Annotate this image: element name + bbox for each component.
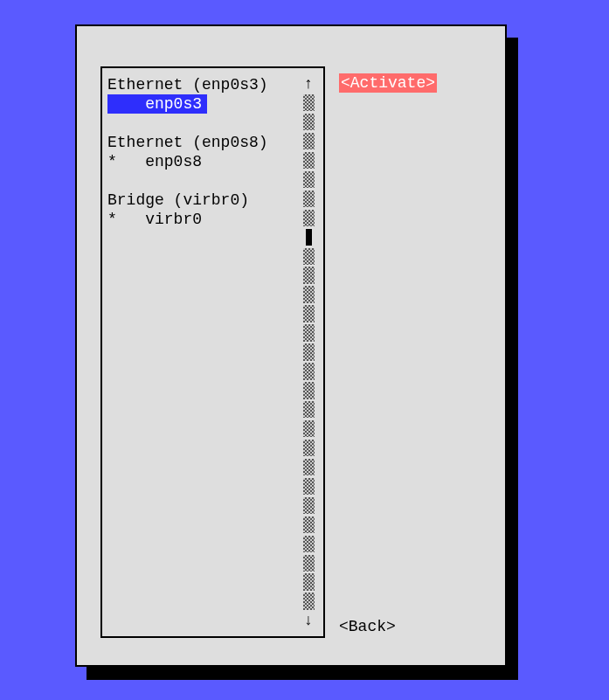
scrollbar-track-cell[interactable] [303, 382, 315, 399]
connection-group-header: Ethernet (enp0s8) [107, 133, 299, 152]
connection-entry[interactable]: * virbr0 [107, 211, 202, 228]
scrollbar-track-cell[interactable] [303, 343, 315, 360]
connection-entry-row: * enp0s8 [107, 152, 299, 171]
scrollbar-track-cell[interactable] [303, 114, 315, 130]
connection-entry[interactable]: enp0s3 [107, 94, 207, 114]
connection-group-header: Bridge (virbr0) [107, 191, 299, 210]
scroll-up-arrow-icon[interactable]: ↑ [302, 75, 315, 93]
scrollbar-track-cell[interactable] [303, 152, 315, 169]
scrollbar-track-cell[interactable] [303, 459, 315, 475]
activate-button[interactable]: <Activate> [339, 73, 437, 93]
scroll-down-arrow-icon[interactable]: ↓ [302, 612, 315, 629]
scrollbar-track-cell[interactable] [303, 191, 315, 207]
connection-group-header: Ethernet (enp0s3) [107, 75, 299, 94]
dialog-box: Ethernet (enp0s3) enp0s3 Ethernet (enp0s… [75, 24, 507, 667]
back-button[interactable]: <Back> [339, 617, 396, 636]
scrollbar-track-cell[interactable] [303, 94, 315, 111]
connection-list-box: Ethernet (enp0s3) enp0s3 Ethernet (enp0s… [100, 66, 325, 638]
scrollbar-track-cell[interactable] [303, 478, 315, 495]
scrollbar-track-cell[interactable] [303, 401, 315, 418]
scrollbar-track-cell[interactable] [303, 440, 315, 456]
scrollbar-track-cell[interactable] [303, 267, 315, 283]
scrollbar-track-cell[interactable] [303, 133, 315, 149]
scrollbar-track-cell[interactable] [303, 497, 315, 514]
spacer [107, 171, 299, 191]
scrollbar-track-cell[interactable] [303, 516, 315, 533]
connection-entry-row: * virbr0 [107, 210, 299, 229]
scrollbar-track-cell[interactable] [303, 248, 315, 265]
scrollbar-track-cell[interactable] [303, 324, 315, 341]
scrollbar-track-cell[interactable] [303, 305, 315, 322]
scrollbar-track-cell[interactable] [303, 573, 315, 590]
spacer [107, 114, 299, 133]
scrollbar-track-cell[interactable] [303, 536, 315, 552]
scrollbar-track-cell[interactable] [303, 171, 315, 188]
connection-entry-row: enp0s3 [107, 94, 299, 114]
scrollbar-track-cell[interactable] [303, 593, 315, 609]
scrollbar[interactable] [303, 94, 315, 610]
scrollbar-track-cell[interactable] [303, 286, 315, 302]
scrollbar-track-cell[interactable] [303, 210, 315, 226]
connection-list[interactable]: Ethernet (enp0s3) enp0s3 Ethernet (enp0s… [107, 75, 299, 629]
scrollbar-track-cell[interactable] [303, 420, 315, 437]
connection-entry[interactable]: * enp0s8 [107, 153, 202, 170]
scrollbar-thumb[interactable] [303, 229, 315, 246]
scrollbar-track-cell[interactable] [303, 555, 315, 572]
scrollbar-track-cell[interactable] [303, 363, 315, 379]
